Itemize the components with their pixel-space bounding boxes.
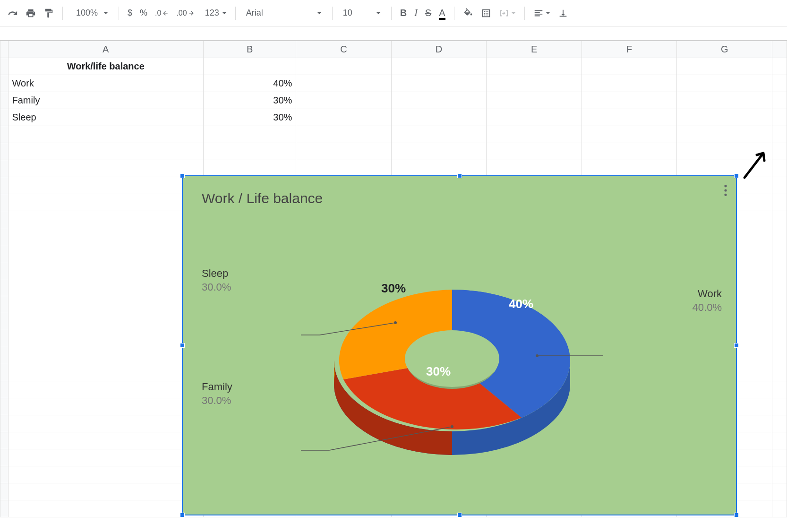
horizontal-align-button[interactable] — [530, 5, 553, 22]
svg-point-4 — [405, 330, 499, 387]
bold-button[interactable]: B — [397, 5, 410, 22]
resize-handle[interactable] — [180, 513, 185, 517]
col-header-f[interactable]: F — [582, 41, 677, 58]
strikethrough-button[interactable]: S — [422, 5, 434, 22]
svg-point-2 — [724, 194, 727, 196]
cell[interactable]: Work — [8, 75, 203, 92]
formula-bar[interactable] — [0, 26, 787, 41]
table-row: Sleep30% — [0, 109, 787, 126]
col-header-g[interactable]: G — [677, 41, 772, 58]
merge-cells-button — [496, 5, 519, 22]
paint-format-button[interactable] — [41, 5, 57, 22]
print-button[interactable] — [23, 5, 39, 22]
resize-handle[interactable] — [457, 513, 462, 517]
col-header-d[interactable]: D — [391, 41, 487, 58]
font-family-dropdown[interactable]: Arial — [241, 8, 326, 18]
chevron-down-icon — [222, 12, 227, 14]
slice-label-sleep: Sleep 30.0% — [202, 267, 231, 294]
column-header-row: A B C D E F G — [0, 41, 787, 58]
more-formats-dropdown[interactable]: 123 — [199, 5, 230, 22]
redo-button[interactable] — [5, 5, 21, 22]
table-row: Work40% — [0, 75, 787, 92]
zoom-dropdown[interactable]: 100% — [68, 8, 113, 18]
font-size-dropdown[interactable]: 10 — [338, 8, 385, 18]
svg-point-1 — [724, 189, 727, 191]
table-row: Work/life balance — [0, 58, 787, 75]
chevron-down-icon — [376, 12, 381, 14]
cell[interactable]: 40% — [203, 75, 296, 92]
slice-value-family: 30% — [426, 364, 451, 379]
fill-color-button[interactable] — [460, 5, 476, 22]
table-row: Family30% — [0, 92, 787, 109]
donut-chart — [301, 242, 603, 479]
chevron-down-icon — [103, 12, 108, 14]
resize-handle[interactable] — [734, 513, 739, 517]
decrease-decimal-button[interactable]: .0 — [152, 5, 171, 22]
borders-button[interactable] — [478, 5, 494, 22]
svg-point-9 — [451, 425, 453, 428]
chart-more-menu-button[interactable] — [724, 184, 727, 199]
chevron-down-icon — [317, 12, 322, 14]
col-header-c[interactable]: C — [296, 41, 392, 58]
col-header-a[interactable]: A — [8, 41, 203, 58]
slice-value-work: 40% — [509, 297, 533, 311]
vertical-align-button[interactable] — [555, 5, 571, 22]
italic-button[interactable]: I — [411, 5, 420, 22]
resize-handle[interactable] — [734, 343, 739, 348]
slice-label-work: Work 40.0% — [693, 287, 722, 314]
resize-handle[interactable] — [180, 173, 185, 178]
cell[interactable]: 30% — [203, 109, 296, 126]
text-color-button[interactable]: A — [436, 5, 448, 22]
chevron-down-icon — [546, 12, 550, 14]
cursor-arrow-icon — [741, 148, 769, 183]
resize-handle[interactable] — [180, 343, 185, 348]
svg-point-12 — [394, 321, 397, 324]
svg-point-0 — [724, 185, 727, 187]
chart-object[interactable]: Work / Life balance — [182, 175, 737, 515]
increase-decimal-button[interactable]: .00 — [173, 5, 197, 22]
spreadsheet-grid: A B C D E F G Work/life balance Work40% … — [0, 41, 787, 517]
col-header-b[interactable]: B — [203, 41, 296, 58]
resize-handle[interactable] — [734, 173, 739, 178]
slice-value-sleep: 30% — [381, 281, 406, 296]
cell[interactable] — [203, 58, 296, 75]
slice-label-family: Family 30.0% — [202, 380, 232, 407]
format-currency-button[interactable]: $ — [125, 5, 135, 22]
col-header-e[interactable]: E — [487, 41, 582, 58]
svg-point-6 — [536, 354, 539, 357]
select-all-corner[interactable] — [0, 41, 9, 58]
toolbar: 100% $ % .0 .00 123 Arial 10 B I S A — [0, 0, 787, 26]
resize-handle[interactable] — [457, 173, 462, 178]
cell[interactable]: Family — [8, 92, 203, 109]
format-percent-button[interactable]: % — [137, 5, 150, 22]
cell[interactable]: Work/life balance — [8, 58, 203, 75]
chevron-down-icon — [511, 12, 516, 14]
chart-title: Work / Life balance — [202, 190, 323, 206]
cell[interactable]: Sleep — [8, 109, 203, 126]
cell[interactable]: 30% — [203, 92, 296, 109]
